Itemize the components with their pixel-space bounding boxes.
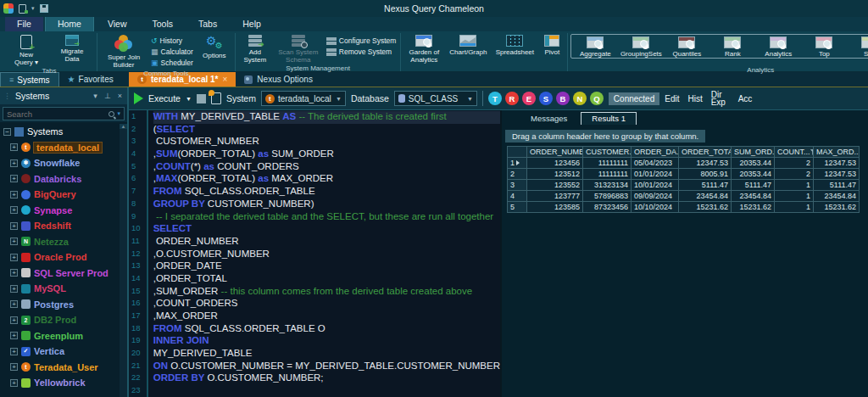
- search-icon[interactable]: [108, 111, 114, 117]
- add-system-button[interactable]: Add System: [238, 33, 272, 64]
- expander-icon[interactable]: −: [3, 128, 11, 136]
- toolbar-link-acc[interactable]: Acc: [738, 94, 753, 103]
- grid-cell[interactable]: 20353.44: [732, 169, 775, 180]
- save-icon[interactable]: [40, 4, 48, 13]
- grid-cell[interactable]: 23454.84: [814, 191, 860, 202]
- close-icon[interactable]: ×: [116, 92, 124, 100]
- remove-system-button[interactable]: Remove System: [325, 47, 398, 57]
- tree-item-oracle-prod[interactable]: +Oracle Prod: [0, 249, 127, 266]
- results-grid[interactable]: ORDER_NUMB...CUSTOMER...ORDER_DA...ORDER…: [507, 146, 868, 213]
- grid-cell[interactable]: 1: [775, 191, 814, 202]
- analytics-button-analytics[interactable]: Analytics: [755, 35, 801, 58]
- grid-cell[interactable]: 11111111: [583, 158, 632, 169]
- grid-cell[interactable]: 12347.53: [814, 158, 860, 169]
- grid-cell[interactable]: 123456: [527, 158, 583, 169]
- grid-cell[interactable]: 10/01/2024: [632, 180, 679, 191]
- tree-item-synapse[interactable]: +Synapse: [0, 203, 127, 219]
- column-header-count[interactable]: COUNT...: [775, 146, 814, 158]
- scrollbar-up-icon[interactable]: ▲: [120, 124, 127, 129]
- connection-button-e[interactable]: E: [522, 92, 536, 105]
- system-combobox[interactable]: t teradata_local ▼: [261, 91, 346, 106]
- grid-cell[interactable]: 57896883: [583, 191, 632, 202]
- expander-icon[interactable]: +: [10, 316, 18, 324]
- grid-cell[interactable]: 01/01/2024: [632, 169, 679, 180]
- connection-button-n[interactable]: N: [573, 92, 587, 105]
- grid-cell[interactable]: 20353.44: [732, 158, 775, 169]
- tree-item-db2-prod[interactable]: +2DB2 Prod: [0, 312, 127, 328]
- expander-icon[interactable]: +: [10, 254, 18, 261]
- super-join-builder-button[interactable]: Super Join Builder: [100, 33, 147, 69]
- expander-icon[interactable]: +: [10, 175, 18, 182]
- grid-cell[interactable]: 11111111: [583, 169, 632, 180]
- connection-button-r[interactable]: R: [505, 92, 519, 105]
- column-header-sumord[interactable]: SUM_ORD...: [732, 146, 775, 158]
- tree-item-mysql[interactable]: +MySQL: [0, 281, 127, 297]
- calculator-button[interactable]: ▦ Calculator: [149, 47, 195, 57]
- grid-cell[interactable]: 5111.47: [814, 180, 860, 191]
- panel-grip[interactable]: ⋮: [3, 92, 12, 100]
- expander-icon[interactable]: +: [10, 191, 18, 198]
- grid-cell[interactable]: 1: [775, 202, 814, 213]
- menu-tab-help[interactable]: Help: [231, 17, 273, 31]
- document-tab-nexus-options[interactable]: Nexus Options: [236, 72, 321, 87]
- toolbar-link-edit[interactable]: Edit: [665, 94, 679, 103]
- row-header-cell[interactable]: 2: [507, 169, 527, 180]
- execute-button[interactable]: Execute: [148, 93, 181, 103]
- grid-cell[interactable]: 12347.53: [679, 158, 732, 169]
- new-document-icon[interactable]: [19, 4, 26, 14]
- grid-cell[interactable]: 5111.47: [732, 180, 775, 191]
- toolbar-link-hist[interactable]: Hist: [687, 94, 702, 103]
- tree-item-teradata-local[interactable]: +tteradata_local: [0, 140, 127, 156]
- expander-icon[interactable]: +: [10, 363, 18, 371]
- analytics-button-rank[interactable]: Rank: [709, 35, 755, 58]
- connection-button-s[interactable]: S: [539, 92, 553, 105]
- grid-cell[interactable]: 1: [775, 180, 814, 191]
- grid-cell[interactable]: 123777: [527, 191, 583, 202]
- grid-cell[interactable]: 2: [775, 158, 814, 169]
- grid-cell[interactable]: 09/09/2024: [632, 191, 679, 202]
- scheduler-button[interactable]: ▣ Scheduler: [149, 58, 195, 68]
- expander-icon[interactable]: +: [10, 222, 18, 230]
- grid-cell[interactable]: 23454.84: [679, 191, 732, 202]
- grid-cell[interactable]: 15231.62: [679, 202, 732, 213]
- tree-item-teradata-user[interactable]: +tTeradata_User: [0, 360, 127, 376]
- sql-editor[interactable]: 1234567891011121314151617181920212223 WI…: [129, 110, 502, 397]
- table-row[interactable]: 11234561111111105/04/202312347.5320353.4…: [507, 158, 868, 169]
- column-header-customer[interactable]: CUSTOMER...: [583, 146, 632, 158]
- execute-play-icon[interactable]: [134, 92, 143, 104]
- new-query-page-icon[interactable]: [211, 92, 221, 104]
- analytics-button-groupingsets[interactable]: GroupingSets: [618, 35, 664, 58]
- menu-tab-file[interactable]: File: [5, 17, 43, 31]
- row-header-cell[interactable]: 1: [507, 158, 527, 169]
- analytics-button-sort[interactable]: Sort: [847, 35, 868, 58]
- grid-cell[interactable]: 87323456: [583, 202, 632, 213]
- analytics-button-aggregate[interactable]: Aggregate: [572, 35, 618, 58]
- tree-item-greenplum[interactable]: +Greenplum: [0, 328, 127, 344]
- connection-button-b[interactable]: B: [556, 92, 570, 105]
- grid-cell[interactable]: 2: [775, 169, 814, 180]
- results-tab-results-1[interactable]: Results 1: [581, 112, 637, 125]
- grid-cell[interactable]: 23454.84: [732, 191, 775, 202]
- scan-system-schema-button[interactable]: Scan System Schema: [274, 33, 323, 64]
- execute-dropdown-icon[interactable]: ▼: [186, 96, 192, 102]
- tree-item-bigquery[interactable]: +BigQuery: [0, 187, 127, 203]
- grid-cell[interactable]: 15231.62: [814, 202, 860, 213]
- expander-icon[interactable]: +: [10, 332, 18, 339]
- grid-cell[interactable]: 123585: [527, 202, 583, 213]
- database-combobox[interactable]: SQL_CLASS ▼: [394, 91, 477, 106]
- row-header-cell[interactable]: 5: [507, 202, 527, 213]
- menu-tab-tabs[interactable]: Tabs: [186, 17, 229, 31]
- chevron-down-icon[interactable]: ▾: [31, 5, 35, 12]
- toolbar-link-dir-exp[interactable]: Dir Exp: [711, 91, 730, 106]
- grid-cell[interactable]: 12347.53: [814, 169, 860, 180]
- menu-tab-home[interactable]: Home: [45, 16, 94, 31]
- row-header-cell[interactable]: 4: [507, 191, 527, 202]
- migrate-data-button[interactable]: Migrate Data: [50, 33, 94, 63]
- expander-icon[interactable]: +: [10, 143, 18, 151]
- tree-item-vertica[interactable]: +✓Vertica: [0, 344, 127, 360]
- connection-button-t[interactable]: T: [488, 92, 502, 105]
- analytics-button-quantiles[interactable]: Quantiles: [664, 35, 709, 58]
- expander-icon[interactable]: +: [10, 269, 18, 277]
- group-by-bar[interactable]: Drag a column header here to group by th…: [505, 127, 865, 143]
- column-header-ordernumb[interactable]: ORDER_NUMB...: [527, 146, 583, 158]
